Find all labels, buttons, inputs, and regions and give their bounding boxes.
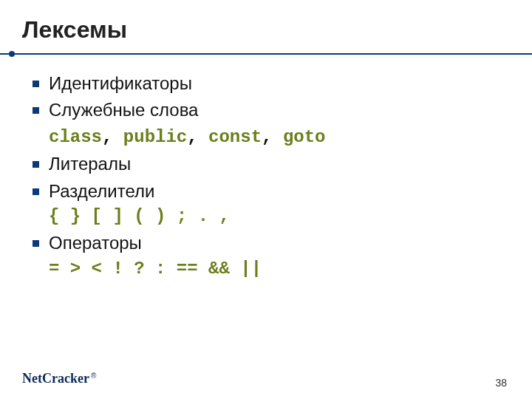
divider-line: [0, 53, 532, 55]
slide-title: Лексемы: [22, 16, 510, 44]
list-item: Разделители { } [ ] ( ) ; . ,: [33, 180, 510, 229]
page-number: 38: [495, 377, 507, 389]
bullet-label: Служебные слова: [49, 100, 198, 120]
logo-cracker: Cracker: [42, 371, 89, 386]
keyword: goto: [283, 127, 326, 147]
comma: ,: [262, 127, 283, 147]
logo-net: Net: [22, 371, 42, 386]
separator-line: { } [ ] ( ) ; . ,: [49, 205, 510, 228]
logo-registered: ®: [91, 372, 96, 380]
list-item: Операторы = > < ! ? : == && ||: [33, 231, 510, 281]
slide: Лексемы Идентификаторы Служебные слова c…: [0, 0, 532, 399]
divider-dot: [9, 51, 15, 57]
keyword: const: [208, 127, 262, 147]
comma: ,: [187, 127, 208, 147]
keyword: public: [123, 127, 187, 147]
bullet-label: Операторы: [49, 233, 142, 253]
list-item: Литералы: [33, 152, 510, 176]
keyword-line: class, public, const, goto: [49, 124, 510, 149]
bullet-label: Идентификаторы: [49, 73, 192, 93]
comma: ,: [102, 127, 123, 147]
bullet-label: Разделители: [49, 181, 154, 201]
keyword: class: [49, 127, 102, 147]
bullet-label: Литералы: [49, 154, 131, 174]
title-divider: [22, 51, 510, 57]
operator-line: = > < ! ? : == && ||: [49, 257, 510, 281]
list-item: Идентификаторы: [33, 72, 510, 95]
footer: NetCracker® 38: [0, 371, 532, 389]
list-item: Служебные слова class, public, const, go…: [33, 98, 510, 149]
logo: NetCracker®: [22, 371, 96, 386]
bullet-list: Идентификаторы Служебные слова class, pu…: [22, 72, 510, 281]
